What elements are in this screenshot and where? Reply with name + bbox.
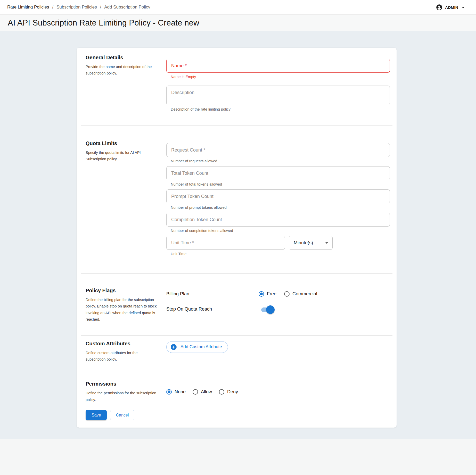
quota-limits-title: Quota Limits [86, 140, 159, 146]
breadcrumb-separator: / [100, 5, 101, 10]
permissions-deny-label: Deny [227, 389, 238, 395]
permissions-none-option[interactable]: None [166, 389, 186, 395]
section-custom-attributes: Custom Attributes Define custom attribut… [81, 336, 392, 369]
radio-checked-icon [259, 291, 264, 297]
stop-on-quota-reach-label: Stop On Quota Reach [166, 306, 259, 312]
permissions-description: Define the permissions for the subscript… [86, 390, 159, 403]
custom-attributes-description: Define custom attributes for the subscri… [86, 350, 145, 363]
permissions-radio-group: None Allow Deny [166, 389, 390, 395]
general-details-title: General Details [86, 55, 159, 61]
radio-checked-icon [166, 389, 172, 395]
plus-circle-icon [170, 344, 177, 351]
total-token-count-input[interactable] [166, 166, 390, 180]
billing-plan-free-option[interactable]: Free [259, 291, 276, 297]
content-area: General Details Provide the name and des… [0, 31, 476, 439]
prompt-token-count-input[interactable] [166, 189, 390, 203]
name-input[interactable] [166, 59, 390, 73]
breadcrumb-subscription-policies[interactable]: Subscription Policies [56, 5, 97, 10]
section-general-details: General Details Provide the name and des… [81, 48, 392, 125]
custom-attributes-title: Custom Attributes [86, 341, 159, 347]
chevron-down-icon [461, 5, 466, 10]
title-bar: AI API Subscription Rate Limiting Policy… [0, 14, 476, 31]
completion-token-count-input[interactable] [166, 213, 390, 227]
quota-limits-description: Specify the quota limits for AI API Subs… [86, 149, 144, 163]
breadcrumb: Rate Limiting Policies / Subscription Po… [7, 5, 150, 10]
footer-spacer [0, 439, 476, 473]
user-menu-label: ADMIN [445, 5, 458, 10]
billing-plan-commercial-option[interactable]: Commercial [284, 291, 317, 297]
description-textarea[interactable] [166, 86, 390, 105]
select-caret-icon [325, 242, 328, 244]
completion-token-count-helper: Number of completion tokens allowed [171, 229, 390, 233]
breadcrumb-rate-limiting-policies[interactable]: Rate Limiting Policies [7, 5, 49, 10]
prompt-token-count-helper: Number of prompt tokens allowed [171, 205, 390, 210]
radio-unchecked-icon [219, 389, 224, 395]
permissions-deny-option[interactable]: Deny [219, 389, 238, 395]
permissions-title: Permissions [86, 381, 159, 387]
description-helper-text: Description of the rate limiting policy [171, 107, 390, 111]
policy-flags-description: Define the billing plan for the subscrip… [86, 297, 159, 323]
stop-on-quota-reach-toggle[interactable] [261, 307, 274, 312]
total-token-count-helper: Number of total tokens allowed [171, 182, 390, 186]
policy-flags-title: Policy Flags [86, 288, 159, 294]
section-quota-limits: Quota Limits Specify the quota limits fo… [81, 126, 392, 273]
permissions-none-label: None [175, 389, 186, 395]
permissions-allow-label: Allow [201, 389, 212, 395]
request-count-helper: Number of requests allowed [171, 159, 390, 163]
policy-form-card: General Details Provide the name and des… [77, 48, 397, 428]
toggle-thumb [266, 305, 275, 314]
radio-unchecked-icon [284, 291, 290, 297]
page-title: AI API Subscription Rate Limiting Policy… [8, 18, 199, 28]
general-details-description: Provide the name and description of the … [86, 64, 159, 77]
cancel-button[interactable]: Cancel [110, 410, 134, 420]
radio-unchecked-icon [193, 389, 198, 395]
billing-plan-commercial-label: Commercial [292, 291, 317, 297]
unit-time-unit-value: Minute(s) [294, 240, 313, 246]
request-count-input[interactable] [166, 143, 390, 157]
add-custom-attribute-button[interactable]: Add Custom Attribute [166, 341, 228, 353]
save-button[interactable]: Save [86, 410, 107, 420]
section-permissions: Permissions Define the permissions for t… [81, 369, 392, 428]
permissions-allow-option[interactable]: Allow [193, 389, 212, 395]
user-avatar-icon [436, 4, 443, 11]
unit-time-unit-select[interactable]: Minute(s) [289, 236, 333, 250]
billing-plan-label: Billing Plan [166, 291, 259, 297]
name-error-text: Name is Empty [171, 75, 390, 80]
billing-plan-radio-group: Free Commercial [259, 291, 317, 297]
section-policy-flags: Policy Flags Define the billing plan for… [81, 274, 392, 335]
unit-time-helper: Unit Time [171, 252, 285, 256]
add-custom-attribute-label: Add Custom Attribute [180, 344, 222, 349]
breadcrumb-add-subscription-policy: Add Subscription Policy [104, 5, 150, 10]
billing-plan-free-label: Free [267, 291, 276, 297]
user-menu[interactable]: ADMIN [436, 4, 466, 11]
breadcrumb-separator: / [52, 5, 53, 10]
unit-time-input[interactable] [166, 236, 285, 250]
top-bar: Rate Limiting Policies / Subscription Po… [0, 0, 476, 14]
